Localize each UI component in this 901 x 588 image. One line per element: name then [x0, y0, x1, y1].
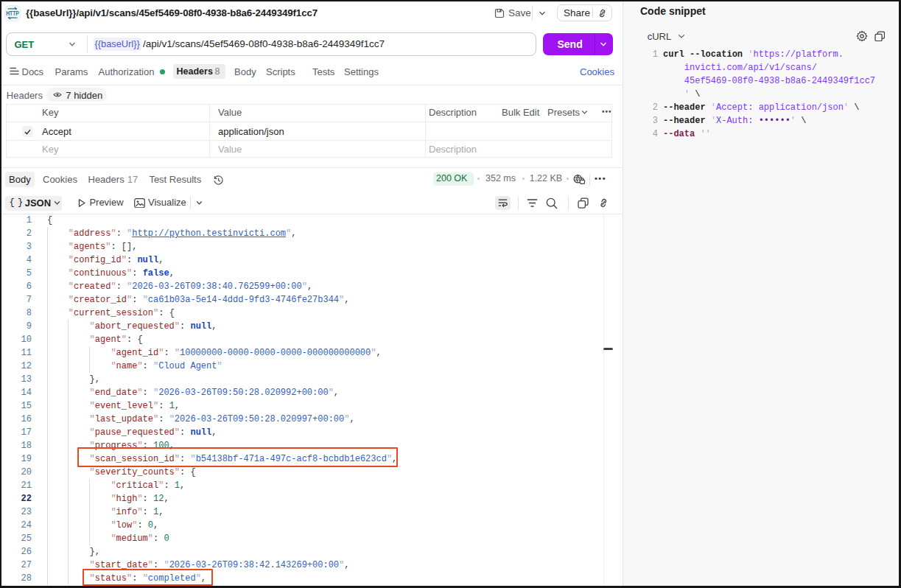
svg-text:HTTP: HTTP — [6, 10, 19, 17]
